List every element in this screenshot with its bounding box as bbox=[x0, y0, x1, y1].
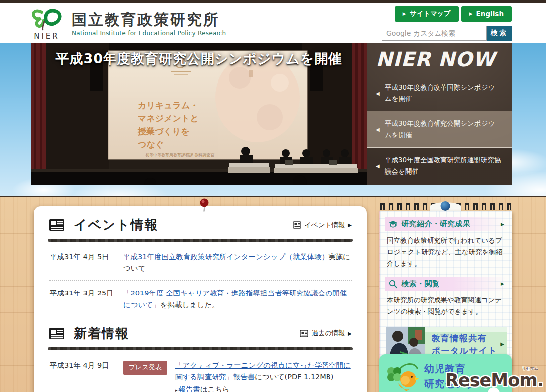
section-divider bbox=[48, 347, 353, 350]
news-more-link[interactable]: 過去の情報 ▶ bbox=[300, 329, 352, 338]
sitemap-button-label: サイトマップ bbox=[410, 9, 451, 18]
event-date: 平成31年 4月 5日 bbox=[50, 251, 123, 274]
triangle-left-icon: ◀ bbox=[376, 89, 380, 97]
sitemap-button[interactable]: ▶ サイトマップ bbox=[395, 6, 459, 22]
event-suffix: を掲載しました。 bbox=[160, 301, 219, 309]
research-intro-desc: 国立教育政策研究所で行われているプロジェクト研究など、主な研究を御紹介します。 bbox=[385, 231, 507, 277]
header-nav: ▶ サイトマップ ▶ English bbox=[395, 6, 512, 22]
nier-now-item-label: 平成30年度教育改革国際シンポジウムを開催 bbox=[385, 83, 495, 102]
event-row: 平成31年 3月 25日 「2019年度 全国キャリア教育・進路指導担当者等研究… bbox=[48, 281, 353, 316]
event-row: 平成31年 4月 5日 平成31年度国立教育政策研究所インターンシップ（就業体験… bbox=[48, 245, 353, 280]
triangle-right-icon: ▶ bbox=[403, 11, 406, 16]
event-content: 平成31年度国立教育政策研究所インターンシップ（就業体験）実施について bbox=[123, 251, 351, 274]
section-divider bbox=[48, 239, 353, 242]
nier-now-title: NIER NOW bbox=[375, 47, 504, 75]
search-button[interactable]: 検索 bbox=[487, 26, 512, 41]
triangle-right-icon: ▶ bbox=[501, 281, 504, 286]
triangle-right-icon: ▶ bbox=[348, 331, 352, 336]
svg-text:つなぐ: つなぐ bbox=[137, 139, 164, 149]
search-input[interactable] bbox=[382, 26, 487, 41]
english-button-label: English bbox=[476, 10, 504, 18]
report-suffix: はこちら bbox=[200, 385, 229, 392]
svg-text:初等中等教育局教育課程課 教科調査官: 初等中等教育局教育課程課 教科調査官 bbox=[145, 153, 215, 157]
news-subline: ▸報告書はこちら bbox=[175, 384, 351, 392]
notepad-paper: 研究紹介・研究成果 ▶ 国立教育政策研究所で行われているプロジェクト研究など、主… bbox=[379, 211, 512, 372]
event-content: 「2019年度 全国キャリア教育・進路指導担当者等研究協議会の開催について」を掲… bbox=[123, 288, 351, 310]
nier-butterfly-logo-icon bbox=[31, 8, 63, 31]
top-accent-strip bbox=[0, 0, 546, 3]
svg-text:授業づくりを: 授業づくりを bbox=[137, 126, 190, 136]
page: NIER 国立教育政策研究所 National Institute for Ed… bbox=[0, 0, 546, 392]
sidebar-notepad: 研究紹介・研究成果 ▶ 国立教育政策研究所で行われているプロジェクト研究など、主… bbox=[379, 201, 512, 372]
resemom-ruby: リセマム bbox=[522, 366, 538, 371]
search-browse-desc: 本研究所の研究成果や教育関連コンテンツの検索・閲覧ができます。 bbox=[385, 291, 507, 325]
nier-now-item-label: 平成30年度教育研究公開シンポジウムを開催 bbox=[385, 119, 495, 139]
triangle-left-icon: ◀ bbox=[376, 161, 380, 170]
nier-now-item[interactable]: ◀ 平成30年度教育改革国際シンポジウムを開催 bbox=[375, 75, 504, 111]
nier-now-item[interactable]: ◀ 平成30年度全国教育研究所連盟研究協議会を開催 bbox=[375, 148, 504, 184]
event-date: 平成31年 3月 25日 bbox=[50, 288, 123, 310]
site-subtitle: National Institute for Educational Polic… bbox=[72, 30, 226, 37]
site-header: NIER 国立教育政策研究所 National Institute for Ed… bbox=[0, 3, 546, 43]
main-content-card: イベント情報 イベント情報 ▶ 平成31年 4月 5日 平成31年度国立教育政策… bbox=[34, 206, 367, 392]
site-search: 検索 bbox=[382, 26, 512, 41]
nier-now-item-label: 平成30年度全国教育研究所連盟研究協議会を開催 bbox=[385, 156, 501, 175]
newspaper-outline-icon bbox=[300, 329, 308, 338]
events-section-header: イベント情報 イベント情報 ▶ bbox=[49, 216, 352, 234]
events-more-label: イベント情報 bbox=[304, 221, 345, 230]
event-link[interactable]: 平成31年度国立教育政策研究所インターンシップ（就業体験） bbox=[123, 253, 328, 261]
search-browse-link[interactable]: 検索・閲覧 ▶ bbox=[385, 277, 507, 291]
triangle-left-icon: ◀ bbox=[376, 125, 380, 133]
resemom-watermark: リセマム ReseMom. bbox=[445, 370, 543, 390]
newspaper-icon bbox=[49, 219, 65, 231]
triangle-right-icon: ▶ bbox=[469, 11, 473, 16]
hero-photo[interactable]: カリキュラム・ マネジメントと 授業づくりを つなぐ 初等中等教育局教育課程課 … bbox=[31, 43, 367, 185]
red-pushpin-icon bbox=[199, 198, 210, 213]
nier-now-panel: NIER NOW ◀ 平成30年度教育改革国際シンポジウムを開催 ◀ 平成30年… bbox=[367, 43, 512, 185]
report-link[interactable]: 報告書 bbox=[179, 385, 201, 392]
press-release-badge: プレス発表 bbox=[123, 361, 167, 375]
nier-now-item-active[interactable]: ◀ 平成30年度教育研究公開シンポジウムを開催 bbox=[367, 111, 512, 148]
notepad-spiral-binding bbox=[379, 201, 512, 211]
graduation-cap-icon bbox=[388, 219, 398, 229]
triangle-right-icon: ▶ bbox=[348, 222, 352, 228]
svg-text:カリキュラム・: カリキュラム・ bbox=[138, 100, 198, 110]
site-logo[interactable]: NIER 国立教育政策研究所 National Institute for Ed… bbox=[31, 8, 226, 41]
triangle-right-icon: ▶ bbox=[501, 222, 504, 227]
news-more-label: 過去の情報 bbox=[311, 329, 345, 338]
news-date: 平成31年 4月 9日 bbox=[50, 360, 123, 392]
portal-line1: 教育情報共有 bbox=[432, 332, 504, 345]
events-more-link[interactable]: イベント情報 ▶ bbox=[293, 221, 352, 230]
news-content: 「アクティブ・ラーニングの視点に立った学習空間に関する調査研究」報告書について(… bbox=[175, 360, 351, 392]
english-button[interactable]: ▶ English bbox=[461, 6, 512, 22]
news-section-title: 新着情報 bbox=[71, 325, 132, 342]
logo-nier-text: NIER bbox=[31, 32, 63, 41]
news-section-header: 新着情報 過去の情報 ▶ bbox=[49, 325, 352, 342]
event-link[interactable]: 「2019年度 全国キャリア教育・進路指導担当者等研究協議会の開催について」 bbox=[123, 289, 347, 308]
svg-text:マネジメントと: マネジメントと bbox=[138, 113, 199, 123]
triangle-right-icon: ▸ bbox=[175, 388, 178, 392]
site-title: 国立教育政策研究所 bbox=[72, 11, 226, 28]
events-section-title: イベント情報 bbox=[71, 216, 161, 234]
magnifier-icon bbox=[388, 279, 398, 289]
news-suffix: について(PDF 1.12MB) bbox=[255, 373, 333, 381]
search-browse-title: 検索・閲覧 bbox=[401, 279, 440, 289]
clover-bird-logo-icon bbox=[384, 360, 421, 391]
newspaper-outline-icon bbox=[293, 221, 301, 229]
research-intro-title: 研究紹介・研究成果 bbox=[401, 219, 471, 229]
hero-headline: 平成30年度教育研究公開シンポジウムを開催 bbox=[31, 50, 367, 68]
news-row: 平成31年 4月 9日 プレス発表 「アクティブ・ラーニングの視点に立った学習空… bbox=[48, 353, 353, 392]
newspaper-icon bbox=[49, 327, 65, 340]
research-intro-link[interactable]: 研究紹介・研究成果 ▶ bbox=[385, 217, 507, 231]
triangle-right-icon: ▶ bbox=[500, 340, 505, 348]
blue-pushpin-icon bbox=[441, 201, 450, 211]
